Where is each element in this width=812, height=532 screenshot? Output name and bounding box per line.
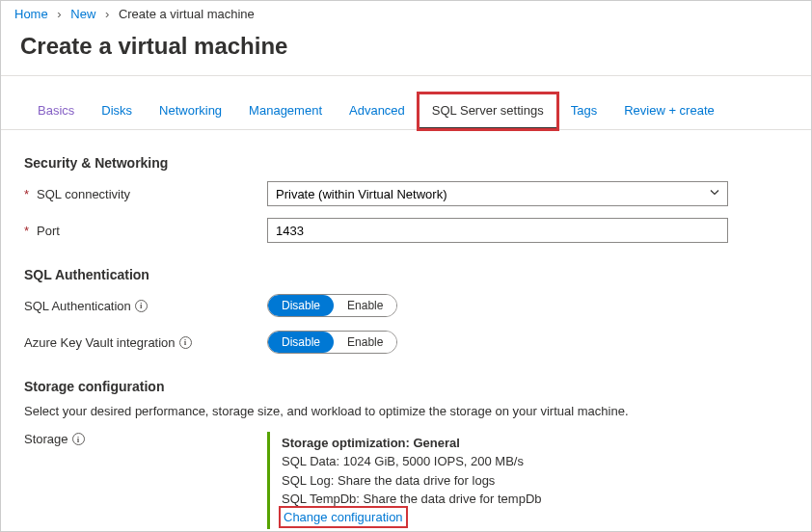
section-storage-configuration: Storage configuration <box>24 379 788 394</box>
breadcrumb-new[interactable]: New <box>70 7 95 21</box>
page-title: Create a virtual machine <box>1 27 811 75</box>
tab-advanced[interactable]: Advanced <box>336 93 419 129</box>
toggle-enable[interactable]: Enable <box>334 332 396 353</box>
breadcrumb: Home › New › Create a virtual machine <box>1 1 811 27</box>
chevron-right-icon: › <box>105 7 109 21</box>
tab-networking[interactable]: Networking <box>146 93 235 129</box>
toggle-disable[interactable]: Disable <box>268 295 334 316</box>
storage-label: Storage i <box>24 432 267 446</box>
sql-authentication-label: SQL Authentication i <box>24 299 267 313</box>
tab-sql-server-settings[interactable]: SQL Server settings <box>419 93 557 129</box>
storage-sql-tempdb: SQL TempDb: Share the data drive for tem… <box>282 490 728 509</box>
storage-description: Select your desired performance, storage… <box>24 404 788 418</box>
section-sql-authentication: SQL Authentication <box>24 267 788 282</box>
breadcrumb-home[interactable]: Home <box>14 7 48 21</box>
sql-connectivity-select[interactable]: Private (within Virtual Network) <box>267 181 728 206</box>
storage-optimization-title: Storage optimization: General <box>282 436 728 450</box>
info-icon[interactable]: i <box>179 336 192 349</box>
storage-summary: Storage optimization: General SQL Data: … <box>267 432 728 529</box>
tab-basics[interactable]: Basics <box>24 93 88 129</box>
section-security-networking: Security & Networking <box>24 155 788 171</box>
storage-sql-log: SQL Log: Share the data drive for logs <box>282 471 728 491</box>
info-icon[interactable]: i <box>72 433 85 445</box>
tab-tags[interactable]: Tags <box>557 93 610 129</box>
azure-key-vault-label: Azure Key Vault integration i <box>24 335 267 350</box>
azure-key-vault-toggle[interactable]: Disable Enable <box>267 331 397 354</box>
breadcrumb-current: Create a virtual machine <box>119 7 255 21</box>
sql-authentication-toggle[interactable]: Disable Enable <box>267 294 397 317</box>
tab-disks[interactable]: Disks <box>88 93 146 129</box>
chevron-right-icon: › <box>57 7 61 21</box>
info-icon[interactable]: i <box>135 300 148 312</box>
tab-management[interactable]: Management <box>235 93 336 129</box>
storage-sql-data: SQL Data: 1024 GiB, 5000 IOPS, 200 MB/s <box>282 452 728 471</box>
port-label: *Port <box>24 224 267 238</box>
tab-review-create[interactable]: Review + create <box>610 93 728 129</box>
tabs: Basics Disks Networking Management Advan… <box>1 93 811 130</box>
toggle-disable[interactable]: Disable <box>268 332 334 353</box>
change-configuration-link[interactable]: Change configuration <box>282 509 405 525</box>
port-input[interactable] <box>267 218 728 243</box>
toggle-enable[interactable]: Enable <box>334 295 396 316</box>
sql-connectivity-label: *SQL connectivity <box>24 187 267 201</box>
